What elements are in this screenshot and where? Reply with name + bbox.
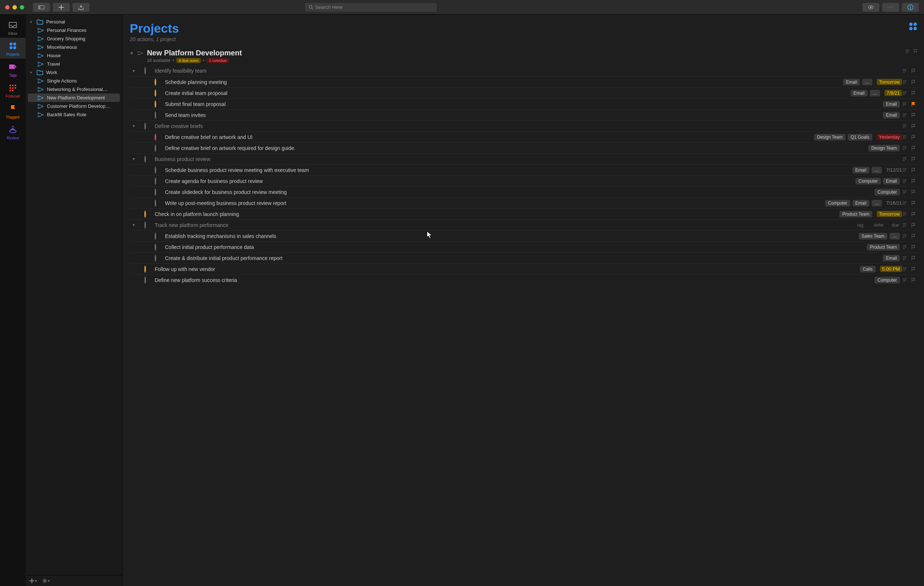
flag-button[interactable]: [911, 190, 916, 195]
task-row[interactable]: Create agenda for business product revie…: [130, 175, 918, 186]
note-button[interactable]: [902, 278, 907, 283]
note-button[interactable]: [902, 245, 907, 250]
note-button[interactable]: [902, 157, 907, 162]
task-row[interactable]: Schedule business product review meeting…: [130, 164, 918, 175]
task-due[interactable]: Tomorrow: [877, 79, 902, 85]
note-button[interactable]: [902, 223, 907, 228]
flag-button[interactable]: [911, 223, 916, 228]
flag-button[interactable]: [911, 245, 916, 250]
note-button[interactable]: [902, 233, 907, 239]
status-circle[interactable]: [155, 189, 162, 195]
task-title[interactable]: Collect initial product performance data: [162, 244, 777, 250]
task-tag[interactable]: …: [862, 79, 872, 86]
sidebar-folder[interactable]: ▾Work: [26, 68, 122, 77]
task-tag[interactable]: Email: [853, 200, 870, 207]
note-button[interactable]: [902, 256, 907, 261]
status-circle[interactable]: [155, 233, 162, 239]
status-circle[interactable]: [155, 79, 162, 85]
sidebar-project[interactable]: Travel: [26, 60, 122, 68]
rail-item-review[interactable]: Review: [0, 121, 26, 142]
task-row[interactable]: Define creative brief on artwork require…: [130, 142, 918, 153]
note-button[interactable]: [902, 200, 907, 206]
flag-button[interactable]: [911, 68, 916, 73]
task-tag[interactable]: Email: [851, 90, 868, 96]
note-button[interactable]: [902, 102, 907, 107]
disclosure-triangle[interactable]: ▼: [132, 223, 135, 227]
note-button[interactable]: [902, 134, 907, 140]
task-tag[interactable]: Email: [883, 101, 900, 108]
task-group-row[interactable]: ▼Define creative briefs: [130, 120, 918, 131]
task-due[interactable]: 7/12/21: [886, 167, 902, 173]
sidebar-project[interactable]: Networking & Professional…: [26, 85, 122, 94]
sidebar-project[interactable]: Single Actions: [26, 77, 122, 85]
task-due[interactable]: 5:00 PM: [880, 266, 902, 272]
task-row[interactable]: Define new platform success criteriaComp…: [130, 274, 918, 285]
flag-button[interactable]: [911, 146, 916, 151]
flag-button[interactable]: [911, 233, 916, 239]
rail-item-projects[interactable]: Projects: [0, 38, 26, 59]
sidebar-project[interactable]: Backfill Sales Role: [26, 110, 122, 119]
task-tag[interactable]: …: [889, 233, 900, 240]
task-title[interactable]: Follow up with new vendor: [152, 266, 777, 272]
status-circle[interactable]: [155, 255, 162, 261]
task-title[interactable]: Track new platform performance: [152, 222, 777, 228]
status-circle[interactable]: [155, 134, 162, 140]
note-button[interactable]: [902, 190, 907, 195]
task-tag[interactable]: Product Team: [839, 211, 872, 217]
task-tag[interactable]: …: [870, 90, 880, 96]
sidebar-folder[interactable]: ▾Personal: [26, 18, 122, 26]
status-circle[interactable]: [155, 167, 162, 173]
defer-placeholder[interactable]: defer: [871, 222, 887, 228]
note-button[interactable]: [902, 124, 907, 129]
task-title[interactable]: Create initial team proposal: [162, 90, 777, 96]
task-title[interactable]: Define creative brief on artwork and UI: [162, 134, 777, 140]
task-tag[interactable]: Computer: [874, 277, 900, 283]
task-tag[interactable]: Email: [883, 255, 900, 262]
task-tag[interactable]: Product Team: [867, 244, 900, 250]
note-button[interactable]: [902, 167, 907, 173]
task-title[interactable]: Establish tracking mechanisms in sales c…: [162, 233, 777, 239]
close-window[interactable]: [5, 5, 10, 10]
sidebar-project[interactable]: House: [26, 51, 122, 60]
flag-button[interactable]: [911, 124, 916, 129]
task-tag[interactable]: Sales Team: [859, 233, 887, 240]
task-row[interactable]: Create slidedeck for business product re…: [130, 186, 918, 197]
task-title[interactable]: Send team invites: [162, 112, 777, 118]
due-placeholder[interactable]: due: [889, 222, 902, 228]
rail-item-forecast[interactable]: Forecast: [0, 79, 26, 101]
task-tag[interactable]: …: [871, 200, 882, 207]
disclosure-triangle[interactable]: ▼: [130, 49, 134, 55]
settings-button[interactable]: ▾: [42, 578, 50, 583]
quick-entry-button[interactable]: [73, 3, 89, 12]
task-tag[interactable]: Q1 Goals: [848, 134, 872, 141]
task-group-row[interactable]: ▼Track new platform performancetagdeferd…: [130, 219, 918, 230]
inspector-button[interactable]: [902, 3, 919, 12]
task-tag[interactable]: Computer: [825, 200, 850, 207]
zoom-window[interactable]: [20, 5, 24, 10]
status-circle[interactable]: [144, 222, 152, 228]
task-title[interactable]: Business product review: [152, 156, 777, 162]
note-icon[interactable]: [905, 49, 910, 54]
task-tag[interactable]: Calls: [860, 266, 876, 273]
task-tag[interactable]: Computer: [855, 178, 881, 184]
note-button[interactable]: [902, 179, 907, 184]
search-bar[interactable]: [305, 3, 437, 12]
task-row[interactable]: Schedule planning meetingEmail…Tomorrow: [130, 76, 918, 87]
task-tag[interactable]: Email: [883, 112, 900, 118]
status-circle[interactable]: [155, 101, 162, 107]
disclosure-icon[interactable]: ▾: [30, 20, 34, 24]
flag-button[interactable]: [911, 179, 916, 184]
status-circle[interactable]: [144, 68, 152, 74]
sidebar-project[interactable]: Personal Finances: [26, 26, 122, 35]
sync-button[interactable]: ◦◦◦◦: [882, 3, 899, 12]
status-circle[interactable]: [155, 112, 162, 118]
task-tag[interactable]: Design Team: [814, 134, 846, 141]
task-due[interactable]: 7/16/21: [886, 200, 902, 206]
task-title[interactable]: Identify feasibility team: [152, 68, 777, 74]
task-title[interactable]: Check in on platform launch planning: [152, 211, 777, 217]
sidebar-project[interactable]: Customer Platform Develop…: [26, 102, 122, 110]
task-row[interactable]: Send team invitesEmail: [130, 109, 918, 120]
task-group-row[interactable]: ▼Business product review: [130, 153, 918, 164]
minimize-window[interactable]: [12, 5, 17, 10]
task-title[interactable]: Schedule business product review meeting…: [162, 167, 777, 173]
